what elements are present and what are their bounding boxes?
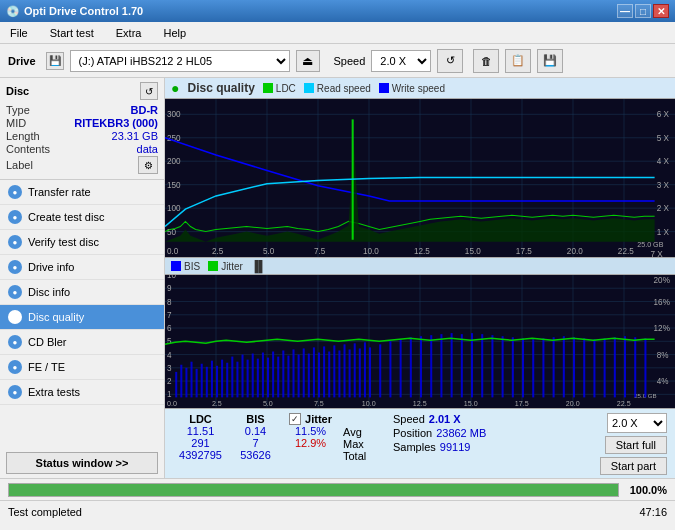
eject-button[interactable]: ⏏	[296, 50, 320, 72]
legend-write-speed: Write speed	[379, 83, 445, 94]
svg-text:2 X: 2 X	[657, 204, 670, 213]
svg-rect-116	[323, 346, 325, 397]
sidebar-item-disc-quality[interactable]: ● Disc quality	[0, 305, 164, 330]
jitter-avg: 11.5%	[295, 425, 326, 437]
svg-rect-148	[604, 338, 606, 397]
svg-text:16%: 16%	[654, 298, 670, 307]
chart-header: ● Disc quality LDC Read speed Write spee…	[165, 78, 675, 99]
svg-text:2: 2	[167, 377, 172, 386]
menu-start-test[interactable]: Start test	[44, 25, 100, 41]
drive-select[interactable]: (J:) ATAPI iHBS212 2 HL05	[70, 50, 290, 72]
verify-test-disc-icon: ●	[8, 235, 22, 249]
svg-text:5.0: 5.0	[263, 247, 275, 256]
app-title: Opti Drive Control 1.70	[24, 5, 143, 17]
svg-rect-135	[471, 333, 473, 397]
start-part-button[interactable]: Start part	[600, 457, 667, 475]
disc-header: Disc ↺	[6, 82, 158, 100]
progress-bar-inner	[9, 484, 618, 496]
statusbar: Test completed 47:16	[0, 500, 675, 522]
svg-rect-120	[344, 344, 346, 397]
svg-text:17.5: 17.5	[516, 247, 532, 256]
legend-ldc-label: LDC	[276, 83, 296, 94]
svg-rect-101	[247, 360, 249, 398]
sidebar-item-verify-test-disc[interactable]: ● Verify test disc	[0, 230, 164, 255]
disc-type-value: BD-R	[131, 104, 159, 116]
ldc-header: LDC	[189, 413, 212, 425]
erase-button[interactable]: 🗑	[473, 49, 499, 73]
top-chart-svg: 50 100 150 200 250 300 1 X 2 X 3 X 4 X 5…	[165, 99, 675, 257]
svg-text:4: 4	[167, 351, 172, 360]
titlebar: 💿 Opti Drive Control 1.70 — □ ✕	[0, 0, 675, 22]
menu-file[interactable]: File	[4, 25, 34, 41]
save-button[interactable]: 💾	[537, 49, 563, 73]
legend-jitter-color	[208, 261, 218, 271]
svg-text:22.5: 22.5	[617, 400, 631, 408]
disc-refresh-button[interactable]: ↺	[140, 82, 158, 100]
svg-rect-125	[369, 348, 371, 398]
ldc-total: 4392795	[179, 449, 222, 461]
svg-rect-146	[583, 338, 585, 397]
jitter-checkbox[interactable]: ✓	[289, 413, 301, 425]
ldc-stats: LDC 11.51 291 4392795	[173, 413, 228, 461]
svg-text:6: 6	[167, 324, 172, 333]
svg-text:5 X: 5 X	[657, 134, 670, 143]
svg-rect-142	[542, 338, 544, 397]
samples-value: 99119	[440, 441, 471, 453]
progress-bar-outer	[8, 483, 619, 497]
svg-text:12.5: 12.5	[414, 247, 430, 256]
sidebar-item-drive-info[interactable]: ● Drive info	[0, 255, 164, 280]
svg-rect-139	[512, 337, 514, 397]
stats-bar: LDC 11.51 291 4392795 BIS 0.14 7 53626 ✓…	[165, 408, 675, 478]
svg-text:9: 9	[167, 284, 172, 293]
svg-rect-102	[252, 354, 254, 398]
sidebar-item-extra-tests[interactable]: ● Extra tests	[0, 380, 164, 405]
right-controls: 2.0 X Start full Start part	[600, 413, 667, 475]
svg-rect-145	[573, 337, 575, 397]
disc-length-row: Length 23.31 GB	[6, 130, 158, 142]
sidebar: Disc ↺ Type BD-R MID RITEKBR3 (000) Leng…	[0, 78, 165, 478]
svg-text:100: 100	[167, 204, 181, 213]
refresh-button[interactable]: ↺	[437, 49, 463, 73]
start-full-button[interactable]: Start full	[605, 436, 667, 454]
close-button[interactable]: ✕	[653, 4, 669, 18]
svg-rect-114	[313, 348, 315, 398]
speed-select-chart[interactable]: 2.0 X	[607, 413, 667, 433]
sidebar-item-cd-bler[interactable]: ● CD Bler	[0, 330, 164, 355]
maximize-button[interactable]: □	[635, 4, 651, 18]
legend-write-color	[379, 83, 389, 93]
svg-rect-144	[563, 336, 565, 397]
position-label: Position	[393, 427, 432, 439]
svg-text:7.5: 7.5	[314, 400, 324, 408]
svg-text:8: 8	[167, 298, 172, 307]
menu-extra[interactable]: Extra	[110, 25, 148, 41]
svg-text:10: 10	[167, 275, 177, 280]
disc-quality-icon: ●	[8, 310, 22, 324]
sidebar-label-drive-info: Drive info	[28, 261, 74, 273]
cd-bler-icon: ●	[8, 335, 22, 349]
sidebar-label-verify-test-disc: Verify test disc	[28, 236, 99, 248]
progress-bar-area: 100.0%	[0, 478, 675, 500]
disc-mid-row: MID RITEKBR3 (000)	[6, 117, 158, 129]
svg-text:20%: 20%	[654, 276, 670, 285]
svg-rect-96	[221, 360, 223, 398]
minimize-button[interactable]: —	[617, 4, 633, 18]
sidebar-item-disc-info[interactable]: ● Disc info	[0, 280, 164, 305]
sidebar-item-create-test-disc[interactable]: ● Create test disc	[0, 205, 164, 230]
copy-button[interactable]: 📋	[505, 49, 531, 73]
disc-label-icon[interactable]: ⚙	[138, 156, 158, 174]
svg-rect-90	[191, 362, 193, 398]
speed-select[interactable]: 2.0 X	[371, 50, 431, 72]
status-window-button[interactable]: Status window >>	[6, 452, 158, 474]
legend-bis-label: BIS	[184, 261, 200, 272]
sidebar-item-fe-te[interactable]: ● FE / TE	[0, 355, 164, 380]
svg-rect-128	[400, 339, 402, 397]
disc-contents-label: Contents	[6, 143, 50, 155]
svg-rect-97	[226, 363, 228, 398]
legend-read-label: Read speed	[317, 83, 371, 94]
menu-help[interactable]: Help	[157, 25, 192, 41]
svg-text:5.0: 5.0	[263, 400, 273, 408]
disc-section: Disc ↺ Type BD-R MID RITEKBR3 (000) Leng…	[0, 78, 164, 180]
sidebar-item-transfer-rate[interactable]: ● Transfer rate	[0, 180, 164, 205]
sidebar-label-create-test-disc: Create test disc	[28, 211, 104, 223]
bottom-chart-header: BIS Jitter ▐▌	[165, 257, 675, 275]
